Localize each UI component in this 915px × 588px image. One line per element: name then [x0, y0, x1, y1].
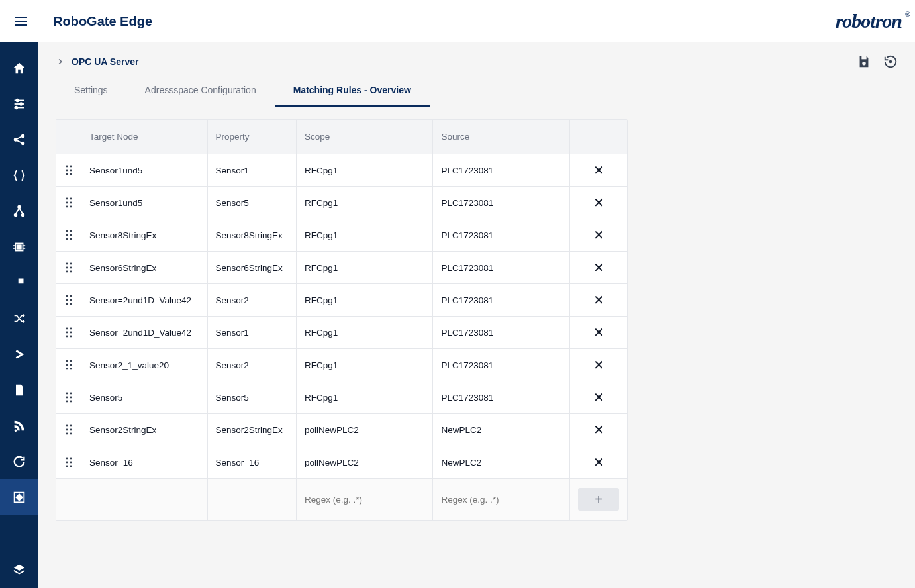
cell-source[interactable]: NewPLC2: [433, 446, 570, 479]
delete-row-button[interactable]: ✕: [593, 293, 604, 307]
cell-property[interactable]: Sensor2StringEx: [207, 414, 296, 446]
source-regex-input[interactable]: [441, 495, 561, 505]
cell-source[interactable]: PLC1723081: [433, 219, 570, 252]
sidebar-item-home[interactable]: [0, 50, 38, 86]
cell-property[interactable]: Sensor=16: [207, 446, 296, 479]
cell-scope[interactable]: RFCpg1: [296, 219, 433, 252]
drag-handle[interactable]: [56, 187, 81, 219]
document-icon: [13, 383, 26, 397]
sidebar-item-opcua[interactable]: [0, 479, 38, 515]
sidebar-item-document[interactable]: [0, 372, 38, 408]
drag-handle[interactable]: [56, 317, 81, 349]
svg-point-58: [70, 303, 72, 305]
cell-target-node[interactable]: Sensor=2und1D_Value42: [81, 317, 207, 349]
svg-point-14: [18, 206, 21, 209]
cell-source[interactable]: PLC1723081: [433, 154, 570, 187]
cell-scope[interactable]: RFCpg1: [296, 154, 433, 187]
cell-source[interactable]: PLC1723081: [433, 381, 570, 414]
cell-source[interactable]: PLC1723081: [433, 284, 570, 317]
cell-target-node[interactable]: Sensor8StringEx: [81, 219, 207, 252]
sidebar-item-sliders[interactable]: [0, 86, 38, 122]
svg-point-36: [70, 198, 72, 200]
tab-settings[interactable]: Settings: [56, 75, 126, 107]
col-property[interactable]: Property: [207, 120, 296, 154]
cell-scope[interactable]: RFCpg1: [296, 381, 433, 414]
sidebar-item-share[interactable]: [0, 122, 38, 158]
cell-property[interactable]: Sensor1: [207, 317, 296, 349]
sidebar-item-layers[interactable]: [0, 552, 38, 588]
col-actions: [570, 120, 628, 154]
tab-addressspace[interactable]: Adressspace Configuration: [126, 75, 275, 107]
drag-handle[interactable]: [56, 284, 81, 317]
breadcrumb[interactable]: OPC UA Server: [56, 56, 138, 67]
menu-toggle-button[interactable]: [13, 13, 29, 29]
cell-scope[interactable]: pollNewPLC2: [296, 414, 433, 446]
sidebar-item-tag[interactable]: [0, 265, 38, 301]
cell-target-node[interactable]: Sensor1und5: [81, 154, 207, 187]
cell-property[interactable]: Sensor2: [207, 349, 296, 381]
hamburger-icon: [13, 13, 29, 29]
svg-point-83: [66, 458, 68, 460]
cell-property[interactable]: Sensor8StringEx: [207, 219, 296, 252]
cell-target-node[interactable]: Sensor1und5: [81, 187, 207, 219]
sidebar-item-shuffle[interactable]: [0, 301, 38, 336]
delete-row-button[interactable]: ✕: [593, 325, 604, 340]
sidebar-item-node[interactable]: [0, 193, 38, 229]
delete-row-button[interactable]: ✕: [593, 163, 604, 177]
sidebar-item-refresh[interactable]: [0, 444, 38, 479]
delete-row-button[interactable]: ✕: [593, 390, 604, 405]
cell-scope[interactable]: RFCpg1: [296, 252, 433, 284]
cell-property[interactable]: Sensor1: [207, 154, 296, 187]
cell-target-node[interactable]: Sensor=2und1D_Value42: [81, 284, 207, 317]
add-rule-button[interactable]: +: [578, 488, 619, 511]
cell-target-node[interactable]: Sensor=16: [81, 446, 207, 479]
cell-property[interactable]: Sensor6StringEx: [207, 252, 296, 284]
delete-row-button[interactable]: ✕: [593, 422, 604, 437]
restore-button[interactable]: [883, 54, 898, 69]
svg-point-52: [70, 271, 72, 273]
cell-scope[interactable]: RFCpg1: [296, 349, 433, 381]
cell-scope[interactable]: RFCpg1: [296, 284, 433, 317]
cell-target-node[interactable]: Sensor5: [81, 381, 207, 414]
table-row: Sensor=2und1D_Value42Sensor1RFCpg1PLC172…: [56, 317, 627, 349]
cell-property[interactable]: Sensor5: [207, 187, 296, 219]
cell-target-node[interactable]: Sensor2_1_value20: [81, 349, 207, 381]
sidebar-item-greater[interactable]: [0, 336, 38, 372]
svg-point-40: [70, 206, 72, 208]
drag-handle[interactable]: [56, 219, 81, 252]
col-target-node[interactable]: Target Node: [81, 120, 207, 154]
drag-handle[interactable]: [56, 154, 81, 187]
delete-row-button[interactable]: ✕: [593, 358, 604, 372]
cell-target-node[interactable]: Sensor6StringEx: [81, 252, 207, 284]
scope-regex-input[interactable]: [305, 495, 425, 505]
cell-source[interactable]: PLC1723081: [433, 317, 570, 349]
col-source[interactable]: Source: [433, 120, 570, 154]
delete-row-button[interactable]: ✕: [593, 260, 604, 275]
save-button[interactable]: [857, 54, 871, 69]
cell-source[interactable]: PLC1723081: [433, 252, 570, 284]
cell-scope[interactable]: RFCpg1: [296, 317, 433, 349]
sidebar-item-braces[interactable]: [0, 158, 38, 193]
cell-property[interactable]: Sensor5: [207, 381, 296, 414]
tab-matching-rules[interactable]: Matching Rules - Overview: [275, 75, 430, 107]
cell-scope[interactable]: pollNewPLC2: [296, 446, 433, 479]
cell-source[interactable]: PLC1723081: [433, 349, 570, 381]
cell-scope[interactable]: RFCpg1: [296, 187, 433, 219]
col-scope[interactable]: Scope: [296, 120, 433, 154]
table-row: Sensor5Sensor5RFCpg1PLC1723081✕: [56, 381, 627, 414]
drag-handle[interactable]: [56, 446, 81, 479]
drag-handle[interactable]: [56, 349, 81, 381]
svg-point-34: [70, 173, 72, 175]
sidebar-item-rss[interactable]: [0, 408, 38, 444]
cell-source[interactable]: NewPLC2: [433, 414, 570, 446]
cell-target-node[interactable]: Sensor2StringEx: [81, 414, 207, 446]
delete-row-button[interactable]: ✕: [593, 228, 604, 242]
cell-source[interactable]: PLC1723081: [433, 187, 570, 219]
drag-handle[interactable]: [56, 252, 81, 284]
delete-row-button[interactable]: ✕: [593, 455, 604, 469]
drag-handle[interactable]: [56, 381, 81, 414]
drag-handle[interactable]: [56, 414, 81, 446]
delete-row-button[interactable]: ✕: [593, 195, 604, 210]
sidebar-item-chip[interactable]: [0, 229, 38, 265]
cell-property[interactable]: Sensor2: [207, 284, 296, 317]
